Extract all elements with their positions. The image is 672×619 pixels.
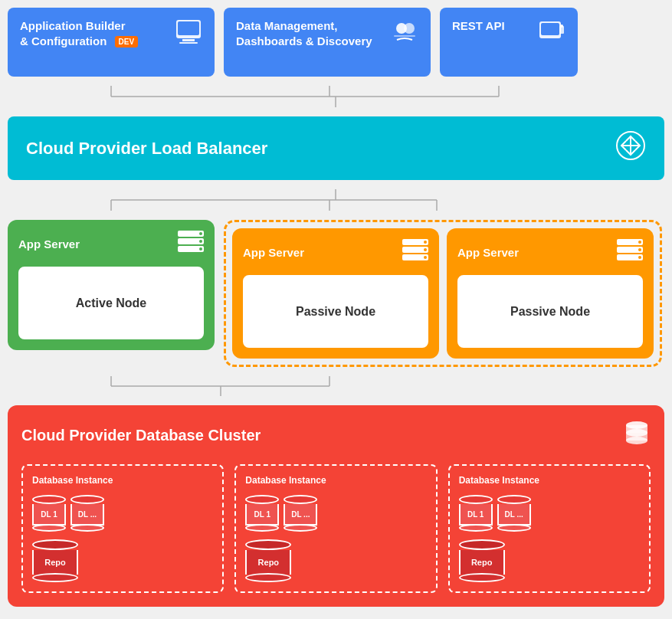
app-builder-icon [175,18,202,53]
passive-servers-group: App Server Passive Node [224,220,662,367]
db-cylinders-3: DL 1 DL ... [459,495,640,532]
active-server-label: App Server [18,237,80,251]
architecture-diagram: Application Builder& Configuration DEV D… [8,8,664,607]
svg-point-35 [424,256,427,259]
svg-point-29 [199,247,202,251]
db-instances-row: Database Instance DL 1 DL ... Re [21,464,651,593]
dl-dots-cylinder-1: DL ... [70,495,104,532]
load-balancer-label: Cloud Provider Load Balancer [26,139,267,159]
active-node-server: App Server Active Node [8,220,215,350]
db-connectors [8,376,664,396]
app-servers-row: App Server Active Node [8,220,664,367]
repo-3: Repo [459,539,505,582]
passive-1-server-icon [402,239,428,266]
svg-point-33 [424,241,427,244]
data-mgmt-label: Data Management,Dashboards & Discovery [236,19,372,47]
db-instance-1-label: Database Instance [32,475,213,486]
dl-dots-cylinder-3: DL ... [497,495,531,532]
svg-point-5 [404,23,415,34]
passive-node-2-box: Passive Node [457,275,643,348]
lb-connectors [8,189,664,211]
svg-point-40 [638,248,641,251]
db-instance-2-label: Database Instance [245,475,426,486]
rest-api-label: REST API [452,19,505,32]
app-builder-label: Application Builder& Configuration [20,19,126,47]
db-instance-3-label: Database Instance [459,475,640,486]
svg-rect-6 [394,35,415,37]
passive-node-2-server: App Server Passive Node [447,228,654,359]
passive-2-server-label: App Server [457,246,519,259]
db-instance-2: Database Instance DL 1 DL ... Re [234,464,437,593]
db-cluster-box: Cloud Provider Database Cluster Database… [8,405,664,607]
svg-point-28 [199,240,202,243]
passive-node-1-box: Passive Node [243,275,428,348]
dl-dots-cylinder-2: DL ... [284,495,317,532]
db-cylinders-2: DL 1 DL ... [245,495,426,532]
active-node-label: Active Node [76,296,146,310]
repo-2: Repo [245,539,291,582]
svg-rect-3 [179,42,198,44]
rest-api-icon [538,18,565,53]
load-balancer-icon [615,130,646,166]
db-cluster-label: Cloud Provider Database Cluster [21,427,261,444]
dev-badge: DEV [115,36,139,47]
svg-point-34 [424,248,427,251]
passive-2-server-icon [617,239,643,266]
db-cylinders-1: DL 1 DL ... [32,495,213,532]
svg-rect-1 [178,21,199,35]
data-mgmt-icon [391,18,418,53]
app-builder-box: Application Builder& Configuration DEV [8,8,215,77]
data-mgmt-box: Data Management,Dashboards & Discovery [224,8,431,77]
rest-api-box: REST API [440,8,578,77]
svg-rect-2 [182,39,195,41]
load-balancer-box: Cloud Provider Load Balancer [8,116,664,180]
svg-point-10 [560,25,563,28]
passive-node-1-label: Passive Node [296,305,375,319]
svg-point-50 [626,437,647,444]
db-instance-3: Database Instance DL 1 DL ... Re [448,464,651,593]
top-connectors [8,86,664,107]
active-server-icon [178,231,204,257]
dl1-cylinder-3: DL 1 [459,495,493,532]
passive-node-2-label: Passive Node [510,305,590,319]
db-cluster-icon [623,419,651,452]
passive-1-server-label: App Server [243,246,304,259]
db-instance-1: Database Instance DL 1 DL ... Re [21,464,224,593]
dl1-cylinder-1: DL 1 [32,495,66,532]
svg-rect-8 [541,23,559,35]
svg-point-41 [638,256,641,259]
repo-1: Repo [32,539,78,582]
top-services-row: Application Builder& Configuration DEV D… [8,8,664,77]
passive-node-1-server: App Server Passive Node [232,228,439,359]
svg-point-39 [638,241,641,244]
svg-point-27 [199,232,202,235]
dl1-cylinder-2: DL 1 [245,495,279,532]
active-node-box: Active Node [18,267,204,339]
